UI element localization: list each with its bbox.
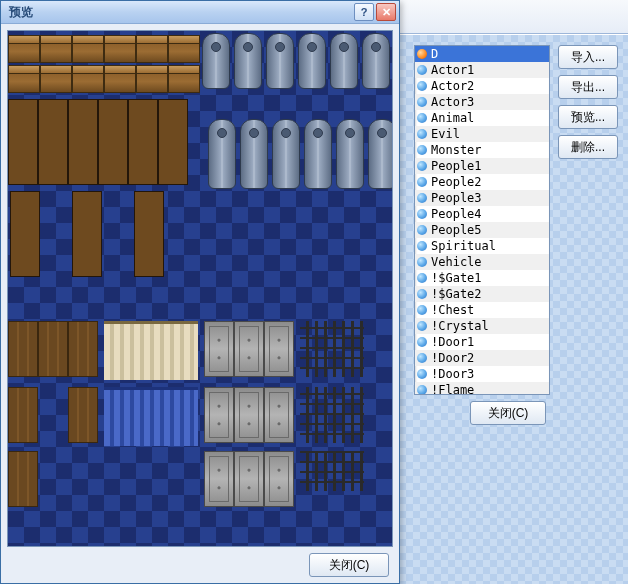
dialog-close-button[interactable]: 关闭(C) (309, 553, 389, 577)
list-item-label: Animal (431, 111, 474, 125)
file-icon (417, 337, 427, 347)
list-item-label: People3 (431, 191, 482, 205)
list-item[interactable]: Actor3 (415, 94, 549, 110)
list-item-label: Monster (431, 143, 482, 157)
list-item-label: Actor3 (431, 95, 474, 109)
list-item[interactable]: !Door2 (415, 350, 549, 366)
export-button[interactable]: 导出... (558, 75, 618, 99)
preview-button[interactable]: 预览... (558, 105, 618, 129)
preview-dialog: 预览 ? ✕ (0, 0, 400, 584)
list-item-label: !Door2 (431, 351, 474, 365)
close-icon[interactable]: ✕ (376, 3, 396, 21)
list-item-label: !Crystal (431, 319, 489, 333)
list-item-label: People4 (431, 207, 482, 221)
file-icon (417, 353, 427, 363)
list-item-label: !$Gate2 (431, 287, 482, 301)
file-icon (417, 145, 427, 155)
list-item[interactable]: People4 (415, 206, 549, 222)
list-item[interactable]: Actor1 (415, 62, 549, 78)
list-item[interactable]: People2 (415, 174, 549, 190)
list-item-label: Spiritual (431, 239, 496, 253)
file-icon (417, 177, 427, 187)
import-button[interactable]: 导入... (558, 45, 618, 69)
list-item[interactable]: Monster (415, 142, 549, 158)
list-item-label: Vehicle (431, 255, 482, 269)
file-icon (417, 241, 427, 251)
list-item[interactable]: Evil (415, 126, 549, 142)
file-icon (417, 161, 427, 171)
delete-button[interactable]: 删除... (558, 135, 618, 159)
list-item-label: People5 (431, 223, 482, 237)
dialog-titlebar[interactable]: 预览 ? ✕ (1, 1, 399, 24)
list-item[interactable]: !Door1 (415, 334, 549, 350)
help-icon[interactable]: ? (354, 3, 374, 21)
list-item-label: !Door3 (431, 367, 474, 381)
file-icon (417, 305, 427, 315)
list-item[interactable]: !$Gate1 (415, 270, 549, 286)
file-icon (417, 257, 427, 267)
list-item-label: D (431, 47, 438, 61)
file-icon (417, 65, 427, 75)
list-item-label: !Flame (431, 383, 474, 395)
list-item[interactable]: !Chest (415, 302, 549, 318)
file-icon (417, 273, 427, 283)
list-item[interactable]: Spiritual (415, 238, 549, 254)
tileset-preview (7, 30, 393, 547)
list-item[interactable]: !Flame (415, 382, 549, 395)
list-item[interactable]: Actor2 (415, 78, 549, 94)
dialog-body: 关闭(C) (1, 24, 399, 583)
file-icon (417, 49, 427, 59)
list-item-label: People2 (431, 175, 482, 189)
list-item-label: People1 (431, 159, 482, 173)
file-icon (417, 193, 427, 203)
list-item[interactable]: Vehicle (415, 254, 549, 270)
file-icon (417, 289, 427, 299)
resource-list[interactable]: DActor1Actor2Actor3AnimalEvilMonsterPeop… (414, 45, 550, 395)
list-item[interactable]: People5 (415, 222, 549, 238)
parent-close-button[interactable]: 关闭(C) (470, 401, 546, 425)
list-item-label: !Chest (431, 303, 474, 317)
side-button-column: 导入... 导出... 预览... 删除... (558, 45, 618, 574)
list-item-label: Actor1 (431, 63, 474, 77)
dialog-title: 预览 (9, 4, 33, 21)
list-item[interactable]: D (415, 46, 549, 62)
file-icon (417, 97, 427, 107)
file-icon (417, 225, 427, 235)
file-icon (417, 369, 427, 379)
list-item[interactable]: !Crystal (415, 318, 549, 334)
list-item[interactable]: !Door3 (415, 366, 549, 382)
file-icon (417, 209, 427, 219)
file-icon (417, 129, 427, 139)
file-icon (417, 321, 427, 331)
file-icon (417, 385, 427, 395)
list-item[interactable]: People3 (415, 190, 549, 206)
list-item-label: Evil (431, 127, 460, 141)
list-item[interactable]: Animal (415, 110, 549, 126)
resource-panel: DActor1Actor2Actor3AnimalEvilMonsterPeop… (414, 45, 550, 574)
file-icon (417, 113, 427, 123)
list-item[interactable]: !$Gate2 (415, 286, 549, 302)
list-item[interactable]: People1 (415, 158, 549, 174)
file-icon (417, 81, 427, 91)
list-item-label: !Door1 (431, 335, 474, 349)
list-item-label: !$Gate1 (431, 271, 482, 285)
list-item-label: Actor2 (431, 79, 474, 93)
